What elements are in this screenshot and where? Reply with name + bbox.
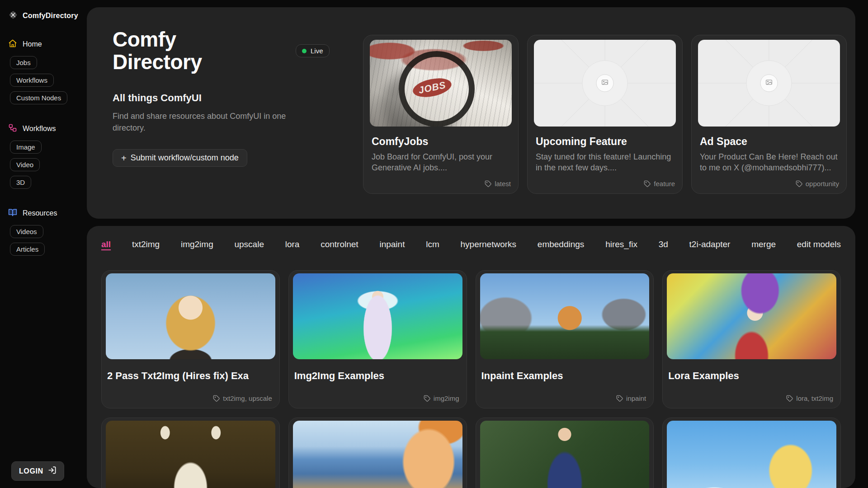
hero-panel: Comfy Directory All things ComfyUI Find … <box>87 7 855 219</box>
tab-hypernetworks[interactable]: hypernetworks <box>461 239 517 249</box>
tab-upscale[interactable]: upscale <box>234 239 264 249</box>
workflow-icon <box>8 123 17 134</box>
card-tag: img2img <box>424 394 459 402</box>
plus-icon: + <box>121 154 127 163</box>
sidebar-item-custom-nodes[interactable]: Custom Nodes <box>10 91 67 104</box>
live-label: Live <box>311 47 323 55</box>
tag-icon <box>213 395 220 402</box>
yosemite-cat-image <box>480 273 650 359</box>
login-button[interactable]: LOGIN <box>11 461 64 481</box>
home-icon <box>8 39 17 50</box>
hero-cards: JOBS ComfyJobs Job Board for ComfyUI, po… <box>363 35 847 194</box>
marble-statue-image <box>106 421 275 488</box>
image-placeholder-icon <box>765 79 773 88</box>
card-title: Ad Space <box>700 136 838 148</box>
card-tag: opportunity <box>796 180 839 188</box>
grid-card-partial-1[interactable] <box>101 418 280 488</box>
hero-card-upcoming-feature[interactable]: Upcoming Feature Stay tuned for this fea… <box>527 35 683 194</box>
nav-section-label: Workflows <box>23 125 56 133</box>
sidebar-item-workflows[interactable]: Workflows <box>10 74 54 87</box>
grid-card-inpaint[interactable]: Inpaint Examples inpaint <box>476 270 654 408</box>
tab-all[interactable]: all <box>101 239 111 249</box>
hero-description: Find and share resources about ComfyUI i… <box>113 110 291 134</box>
tab-edit-models[interactable]: edit models <box>797 239 841 249</box>
page-title: Comfy Directory <box>113 28 304 73</box>
main-content: Comfy Directory All things ComfyUI Find … <box>87 0 868 488</box>
page-title-line2: Directory <box>113 50 202 74</box>
sidebar-item-image[interactable]: Image <box>10 141 42 154</box>
tag-label: feature <box>654 180 675 188</box>
tab-lcm[interactable]: lcm <box>426 239 439 249</box>
tag-label: lora, txt2img <box>796 394 833 402</box>
tab-t2i-adapter[interactable]: t2i-adapter <box>689 239 731 249</box>
card-title: Img2Img Examples <box>294 370 461 382</box>
grid-card-partial-3[interactable] <box>476 418 654 488</box>
book-open-icon <box>8 208 17 219</box>
card-tag: feature <box>644 180 675 188</box>
purple-anime-image <box>667 273 836 359</box>
tag-icon <box>616 395 623 402</box>
image-placeholder-icon <box>601 79 609 88</box>
tab-img2img[interactable]: img2img <box>181 239 213 249</box>
sidebar-item-video[interactable]: Video <box>10 158 40 171</box>
nav-section-label: Home <box>23 40 42 48</box>
grid-card-img2img[interactable]: Img2Img Examples img2img <box>288 270 467 408</box>
submit-workflow-label: Submit workflow/custom node <box>131 153 239 163</box>
login-label: LOGIN <box>19 467 43 475</box>
tab-hires-fix[interactable]: hires_fix <box>605 239 637 249</box>
card-tag: latest <box>485 180 511 188</box>
sidebar-item-articles[interactable]: Articles <box>10 243 45 256</box>
card-description: Job Board for ComfyUI, post your Generat… <box>372 151 510 174</box>
card-title: Upcoming Feature <box>536 136 674 148</box>
tag-icon <box>424 395 431 402</box>
sidebar: ComfyDirectory Home Jobs Workflows Custo… <box>0 0 87 488</box>
brand[interactable]: ComfyDirectory <box>8 10 79 22</box>
card-description: Your Product Can Be Here! Reach out to m… <box>700 151 838 174</box>
orange-anime-image <box>293 421 462 488</box>
sidebar-item-3d[interactable]: 3D <box>10 176 31 189</box>
tab-controlnet[interactable]: controlnet <box>321 239 358 249</box>
renaissance-portrait-image <box>106 273 275 359</box>
sidebar-section-home[interactable]: Home <box>8 39 79 50</box>
tab-lora[interactable]: lora <box>285 239 300 249</box>
login-arrow-icon <box>48 466 57 476</box>
tab-3d[interactable]: 3d <box>659 239 668 249</box>
sidebar-section-resources[interactable]: Resources <box>8 208 79 219</box>
tab-inpaint[interactable]: inpaint <box>379 239 405 249</box>
blonde-anime-image <box>667 421 836 488</box>
comfyjobs-card-image: JOBS <box>370 40 512 127</box>
tag-label: inpaint <box>626 394 646 402</box>
nav-section-label: Resources <box>23 209 57 217</box>
victorian-dress-image <box>480 421 650 488</box>
card-tag: lora, txt2img <box>786 394 833 402</box>
sidebar-item-jobs[interactable]: Jobs <box>10 56 37 69</box>
tag-label: txt2img, upscale <box>223 394 272 402</box>
tag-label: img2img <box>434 394 459 402</box>
card-tag: txt2img, upscale <box>213 394 272 402</box>
card-description: Stay tuned for this feature! Launching i… <box>536 151 674 174</box>
sidebar-item-videos[interactable]: Videos <box>10 225 43 238</box>
grid-card-partial-4[interactable] <box>662 418 841 488</box>
live-badge: Live <box>296 44 330 57</box>
card-tag: inpaint <box>616 394 646 402</box>
live-dot-icon <box>302 49 307 53</box>
hero-card-comfyjobs[interactable]: JOBS ComfyJobs Job Board for ComfyUI, po… <box>363 35 519 194</box>
submit-workflow-button[interactable]: + Submit workflow/custom node <box>113 149 247 167</box>
hero-heading: All things ComfyUI <box>113 92 304 104</box>
grid-card-lora[interactable]: Lora Examples lora, txt2img <box>662 270 841 408</box>
tag-label: opportunity <box>806 180 839 188</box>
card-title: Inpaint Examples <box>481 370 648 382</box>
app-logo-icon <box>8 10 18 22</box>
hero-card-ad-space[interactable]: Ad Space Your Product Can Be Here! Reach… <box>691 35 847 194</box>
filter-tabs: all txt2img img2img upscale lora control… <box>101 239 841 249</box>
grid-card-partial-2[interactable] <box>288 418 467 488</box>
card-title: Lora Examples <box>668 370 835 382</box>
sidebar-nav: Home Jobs Workflows Custom Nodes Workflo… <box>8 39 79 256</box>
sidebar-section-workflows[interactable]: Workflows <box>8 123 79 134</box>
tab-merge[interactable]: merge <box>751 239 776 249</box>
brand-name: ComfyDirectory <box>23 12 78 20</box>
tab-txt2img[interactable]: txt2img <box>132 239 160 249</box>
tag-icon <box>485 180 492 188</box>
tab-embeddings[interactable]: embeddings <box>538 239 585 249</box>
grid-card-txt2img[interactable]: 2 Pass Txt2Img (Hires fix) Exa txt2img, … <box>101 270 280 408</box>
